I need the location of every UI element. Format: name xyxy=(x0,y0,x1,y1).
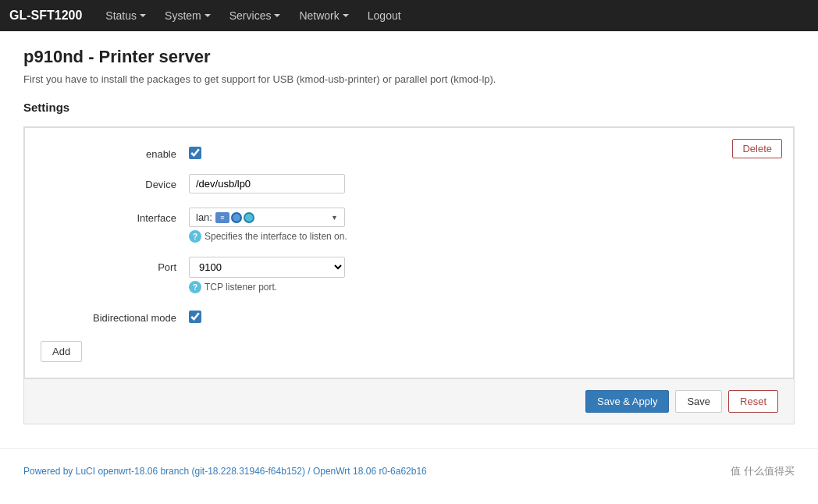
status-caret-icon xyxy=(140,14,146,17)
port-label: Port xyxy=(41,257,189,273)
nav-services[interactable]: Services xyxy=(222,0,289,31)
section-title: Settings xyxy=(23,101,795,114)
interface-hint-icon: ? xyxy=(189,230,201,243)
interface-label: Interface xyxy=(41,208,189,224)
save-apply-button[interactable]: Save & Apply xyxy=(585,390,669,413)
net-icon-2 xyxy=(231,212,242,223)
nav-system[interactable]: System xyxy=(157,0,219,31)
port-control: 9100 515 631 ? TCP listener port. xyxy=(189,257,777,293)
network-caret-icon xyxy=(343,14,349,17)
nav-network[interactable]: Network xyxy=(291,0,356,31)
save-button[interactable]: Save xyxy=(675,390,722,413)
device-control xyxy=(189,174,777,193)
page-footer: Powered by LuCI openwrt-18.06 branch (gi… xyxy=(0,448,818,494)
enable-row: enable xyxy=(41,144,777,160)
luci-link[interactable]: Powered by LuCI openwrt-18.06 branch (gi… xyxy=(23,466,427,477)
delete-button[interactable]: Delete xyxy=(732,139,782,158)
page-subtitle: First you have to install the packages t… xyxy=(23,73,795,85)
interface-row: Interface lan: ≡ ? Specifies the interfa… xyxy=(41,208,777,243)
footer-bar: Save & Apply Save Reset xyxy=(24,378,794,424)
bidirectional-control xyxy=(189,307,777,323)
port-hint-icon: ? xyxy=(189,281,201,293)
device-input[interactable] xyxy=(189,174,345,193)
bidirectional-row: Bidirectional mode xyxy=(41,307,777,324)
enable-control xyxy=(189,144,777,159)
nav-logout[interactable]: Logout xyxy=(360,0,409,31)
settings-container: Delete enable Device Interface xyxy=(23,126,795,424)
port-row: Port 9100 515 631 ? TCP listener port. xyxy=(41,257,777,293)
net-icon-3 xyxy=(244,212,254,223)
enable-label: enable xyxy=(41,144,189,160)
services-caret-icon xyxy=(274,14,280,17)
navbar: GL-SFT1200 Status System Services Networ… xyxy=(0,0,818,31)
nav-status[interactable]: Status xyxy=(98,0,154,31)
settings-box: Delete enable Device Interface xyxy=(24,127,794,378)
net-icon-1: ≡ xyxy=(215,212,229,223)
interface-control: lan: ≡ ? Specifies the interface to list… xyxy=(189,208,777,243)
system-caret-icon xyxy=(204,14,211,17)
reset-button[interactable]: Reset xyxy=(728,390,778,413)
add-button[interactable]: Add xyxy=(41,341,82,362)
device-row: Device xyxy=(41,174,777,193)
brand-right: 值 什么值得买 xyxy=(731,464,795,478)
bidirectional-label: Bidirectional mode xyxy=(41,307,189,324)
interface-select[interactable]: lan: ≡ xyxy=(189,208,345,227)
port-hint: ? TCP listener port. xyxy=(189,281,777,293)
interface-text: lan: xyxy=(196,211,212,223)
device-label: Device xyxy=(41,174,189,190)
main-content: p910nd - Printer server First you have t… xyxy=(0,31,818,440)
interface-hint: ? Specifies the interface to listen on. xyxy=(189,230,777,243)
page-title: p910nd - Printer server xyxy=(23,47,795,67)
navbar-brand: GL-SFT1200 xyxy=(9,9,82,23)
port-select[interactable]: 9100 515 631 xyxy=(189,257,345,278)
enable-checkbox[interactable] xyxy=(189,147,201,159)
interface-icons: ≡ xyxy=(215,212,254,223)
bidirectional-checkbox[interactable] xyxy=(189,311,201,323)
